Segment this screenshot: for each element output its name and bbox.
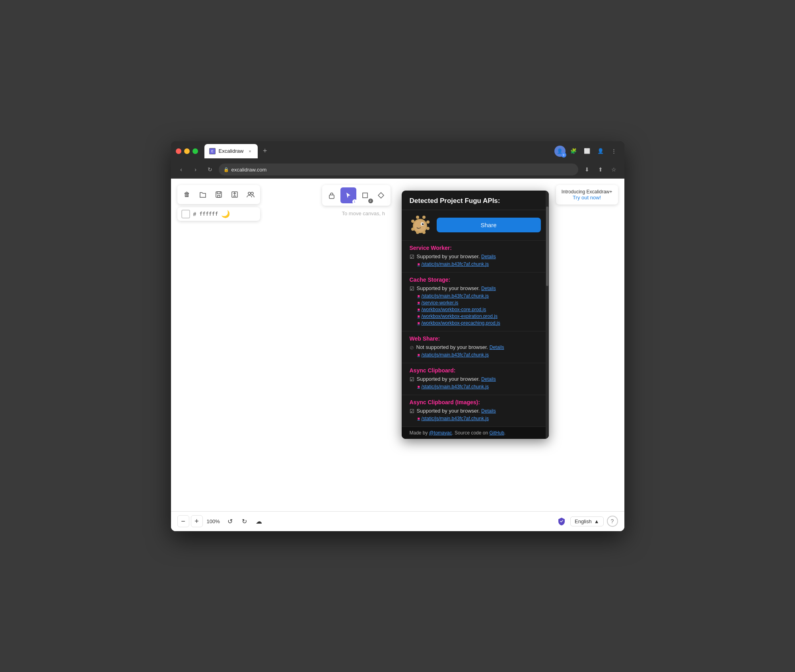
cache-storage-details-link[interactable]: Details [481,286,496,291]
footer-made-by: Made by [410,430,429,436]
svg-rect-8 [329,195,334,199]
privacy-shield-icon [556,516,567,527]
cache-storage-files: ■/static/js/main.b43fc7af.chunk.js ■/ser… [410,293,541,326]
cache-file-1[interactable]: ■/static/js/main.b43fc7af.chunk.js [418,293,541,299]
bullet-icon: ■ [418,262,420,266]
svg-rect-3 [217,192,220,194]
delete-button[interactable]: 🗑 [180,187,194,202]
close-window-button[interactable] [176,148,181,154]
title-bar-controls: 👤 9 🧩 ⬜ 👤 ⋮ [554,146,620,157]
menu-button[interactable]: ⋮ [608,146,620,157]
zoom-in-button[interactable]: + [191,515,203,527]
bullet-icon: ■ [418,307,420,312]
undo-button[interactable]: ↺ [224,515,237,528]
save-button[interactable] [212,187,226,202]
svg-point-18 [416,231,419,234]
service-worker-file-1[interactable]: ■ /static/js/main.b43fc7af.chunk.js [418,261,541,267]
help-button[interactable]: ? [607,516,618,527]
left-toolbar: 🗑 # ffffff [177,185,260,221]
cache-file-3[interactable]: ■/workbox/workbox-core.prod.js [418,307,541,312]
async-clipboard-images-details-link[interactable]: Details [481,408,496,414]
chevron-up-icon: ▲ [594,518,599,524]
web-share-support-text: Not supported by your browser. Details [416,344,504,350]
intro-link[interactable]: Try out now! [562,195,612,201]
hash-icon: # [193,211,196,217]
forward-button[interactable]: › [190,164,201,175]
bullet-icon: ■ [418,300,420,305]
reload-button[interactable]: ↻ [204,164,216,175]
rect-badge: 2 [368,199,373,203]
account-button[interactable]: 👤 [595,146,606,157]
check-icon-5: ☑ [410,408,414,414]
extensions-button[interactable]: 🧩 [568,146,579,157]
bullet-icon: ■ [418,384,420,389]
cache-file-2[interactable]: ■/service-worker.js [418,300,541,306]
popup-footer: Made by @tomayac. Source code on GitHub. [402,427,549,439]
web-share-file-1[interactable]: ■/static/js/main.b43fc7af.chunk.js [418,352,541,358]
bullet-icon: ■ [418,321,420,325]
redo-button[interactable]: ↻ [238,515,251,528]
footer-end: . [504,430,505,436]
hex-input[interactable]: ffffff [199,211,218,217]
profile-button[interactable]: 👤 9 [554,146,566,157]
intro-title: Introducing Excalidraw+ [562,189,612,195]
svg-point-14 [422,216,426,219]
web-share-details-link[interactable]: Details [490,345,504,350]
popup-scrollbar[interactable] [546,191,549,439]
diamond-tool-button[interactable] [374,188,388,203]
active-tab[interactable]: E Excalidraw × [204,144,258,158]
user-avatar: 👤 9 [554,146,566,157]
new-tab-button[interactable]: + [259,146,270,157]
bookmark-button[interactable]: ☆ [608,164,620,175]
canvas-area[interactable]: 🗑 # ffffff [171,179,624,531]
share-page-button[interactable]: ⬆ [595,164,606,175]
bullet-icon: ■ [418,416,420,421]
export-button[interactable] [227,187,242,202]
share-button[interactable]: Share [437,218,541,232]
async-clipboard-file-1[interactable]: ■/static/js/main.b43fc7af.chunk.js [418,384,541,390]
svg-point-11 [414,220,426,232]
cache-file-4[interactable]: ■/workbox/workbox-expiration.prod.js [418,314,541,319]
tab-favicon: E [209,148,216,154]
async-clipboard-images-status: ☑ Supported by your browser. Details [410,408,541,414]
minimize-window-button[interactable] [184,148,190,154]
cache-file-5[interactable]: ■/workbox/workbox-precaching.prod.js [418,320,541,326]
lock-tool-button[interactable] [325,188,339,203]
async-clipboard-details-link[interactable]: Details [481,376,496,382]
svg-rect-4 [218,195,220,197]
url-bar[interactable]: 🔒 excalidraw.com [219,164,578,175]
split-screen-button[interactable]: ⬜ [581,146,593,157]
bullet-icon: ■ [418,294,420,298]
service-worker-details-link[interactable]: Details [481,254,496,259]
address-icons: ⬇ ⬆ ☆ [581,164,620,175]
rect-tool-button[interactable]: 2 [358,188,372,203]
maximize-window-button[interactable] [192,148,198,154]
svg-point-7 [251,192,253,195]
save-state-button[interactable]: ☁ [253,515,265,528]
author-link[interactable]: @tomayac [429,430,452,436]
svg-point-19 [411,228,414,231]
async-clipboard-images-file-1[interactable]: ■/static/js/main.b43fc7af.chunk.js [418,416,541,421]
back-button[interactable]: ‹ [176,164,187,175]
open-button[interactable] [196,187,210,202]
fugu-popup: Detected Project Fugu APIs: [402,191,549,439]
github-link[interactable]: GitHub [489,430,504,436]
language-selector[interactable]: English ▲ [570,516,604,526]
zoom-out-button[interactable]: − [177,515,189,527]
footer-source: . Source code on [452,430,489,436]
check-icon: ☑ [410,254,414,260]
tab-close-button[interactable]: × [247,148,253,154]
canvas-hint: To move canvas, h [342,210,385,216]
download-button[interactable]: ⬇ [581,164,593,175]
zoom-controls: − + 100% ↺ ↻ ☁ [177,515,265,528]
collab-button[interactable] [243,187,258,202]
main-toolbar: 🗑 [177,185,260,204]
select-tool-button[interactable]: 1 [340,187,356,203]
web-share-title: Web Share: [410,335,541,342]
puffer-fish-icon [410,215,430,236]
zoom-level[interactable]: 100% [204,518,222,524]
async-clipboard-title: Async Clipboard: [410,367,541,374]
browser-content: 🗑 # ffffff [171,179,624,531]
dark-mode-button[interactable]: 🌙 [221,210,230,218]
color-swatch[interactable] [181,210,190,218]
